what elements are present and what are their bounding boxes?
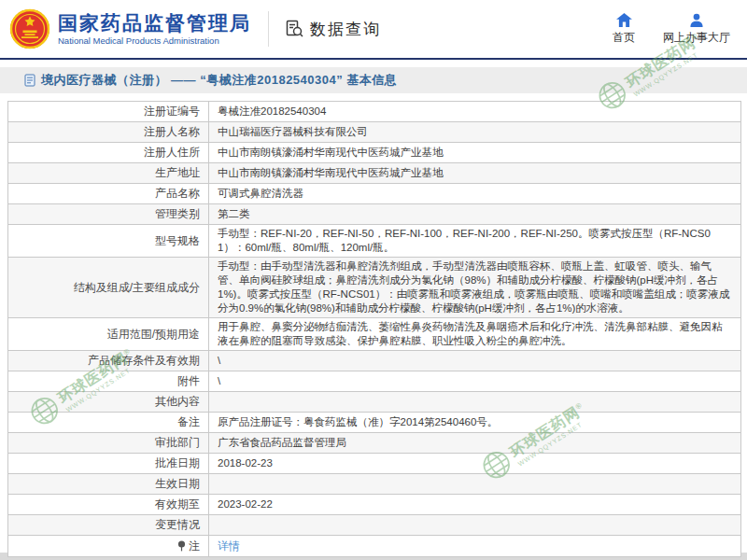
field-value: \ (209, 372, 740, 390)
field-label-text: 注册人名称 (144, 125, 200, 139)
field-value: 中山市南朗镇濠涌村华南现代中医药城产业基地 (209, 144, 740, 161)
field-label-text: 适用范围/预期用途 (107, 328, 200, 342)
field-label: 有效期至 (8, 495, 209, 514)
user-icon (689, 13, 704, 27)
field-label-text: 备注 (177, 415, 200, 429)
field-label-text: 注 (189, 539, 200, 553)
field-label-text: 审批部门 (155, 436, 200, 450)
table-row: 管理类别 第二类 (8, 204, 740, 225)
nav-service-hall-label: 网上办事大厅 (663, 30, 730, 46)
table-row: 注册证编号 粤械注准20182540304 (8, 102, 740, 122)
header-nav: 首页 网上办事大厅 (613, 13, 734, 46)
table-row: 注 详情 (8, 536, 740, 556)
nav-item-home[interactable]: 首页 (613, 13, 635, 46)
field-label: 结构及组成/主要组成成分 (8, 258, 209, 317)
table-row: 产品储存条件及有效期 \ (8, 351, 740, 371)
field-label-text: 产品储存条件及有效期 (88, 354, 200, 368)
field-label: 生产地址 (8, 163, 209, 183)
table-row: 型号规格 手动型：REF-NI-20，REF-NI-50，REF-NI-100，… (8, 225, 740, 258)
field-label: 审批部门 (8, 433, 209, 453)
field-value: 用于鼻腔、鼻窦分泌物结痂清洗、萎缩性鼻炎药物清洗及鼻咽癌术后和化疗冲洗、清洗鼻部… (209, 318, 740, 350)
field-label-text: 批准日期 (155, 456, 200, 470)
table-row: 附件 \ (8, 371, 740, 392)
table-row: 注册人住所 中山市南朗镇濠涌村华南现代中医药城产业基地 (8, 143, 740, 163)
field-label: 注册人住所 (8, 143, 209, 162)
field-label: 备注 (8, 413, 209, 432)
field-label-text: 附件 (177, 374, 200, 388)
home-icon (616, 13, 632, 27)
field-label: 变更情况 (8, 515, 209, 535)
table-row: 结构及组成/主要组成成分 手动型：由手动型清洗器和鼻腔清洗剂组成，手动型清洗器由… (8, 258, 740, 318)
field-label: 管理类别 (8, 204, 209, 224)
field-label: 适用范围/预期用途 (8, 318, 209, 350)
field-label-text: 生效日期 (155, 477, 200, 491)
field-label-text: 有效期至 (155, 497, 200, 511)
field-label-text: 生产地址 (155, 166, 200, 180)
table-row: 批准日期 2018-02-23 (8, 454, 740, 474)
table-row: 备注 原产品注册证号：粤食药监械（准）字2014第2540460号。 (8, 413, 740, 433)
pin-icon (177, 540, 186, 552)
site-header: 国家药品监督管理局 National Medical Products Admi… (0, 0, 747, 60)
field-value: 中山市南朗镇濠涌村华南现代中医药城产业基地 (209, 164, 740, 182)
brand-names: 国家药品监督管理局 National Medical Products Admi… (58, 12, 251, 47)
field-label-text: 注册证编号 (144, 105, 200, 119)
table-row: 生效日期 (8, 474, 740, 495)
brand[interactable]: 国家药品监督管理局 National Medical Products Admi… (9, 8, 251, 49)
table-row: 变更情况 (8, 515, 740, 536)
field-value: 中山瑞福医疗器械科技有限公司 (209, 123, 740, 141)
field-label: 产品储存条件及有效期 (8, 351, 209, 371)
header-divider (268, 11, 269, 47)
data-query-label: 数据查询 (310, 19, 381, 40)
table-row: 其他内容 (8, 392, 740, 413)
field-value: 广东省食品药品监督管理局 (209, 434, 740, 452)
field-value (209, 400, 740, 404)
table-row: 有效期至 2023-02-22 (8, 495, 740, 515)
table-row: 产品名称 可调式鼻腔清洗器 (8, 184, 740, 204)
nav-home-label: 首页 (613, 30, 635, 46)
field-value (209, 524, 740, 527)
table-row: 注册人名称 中山瑞福医疗器械科技有限公司 (8, 122, 740, 143)
field-value: 可调式鼻腔清洗器 (209, 185, 740, 203)
field-value: 详情 (209, 538, 740, 555)
field-label: 注 (8, 536, 209, 556)
field-value: 原产品注册证号：粤食药监械（准）字2014第2540460号。 (209, 413, 740, 431)
field-label: 附件 (8, 371, 209, 391)
field-label-text: 注册人住所 (144, 146, 200, 160)
field-value: \ (209, 352, 740, 370)
field-label-text: 产品名称 (155, 187, 200, 201)
field-label: 批准日期 (8, 454, 209, 473)
org-name-en: National Medical Products Administration (58, 36, 251, 46)
field-label-text: 结构及组成/主要组成成分 (74, 281, 200, 295)
field-label: 产品名称 (8, 184, 209, 203)
field-value: 2018-02-23 (209, 455, 740, 472)
org-name-cn: 国家药品监督管理局 (58, 12, 251, 34)
nav-item-service-hall[interactable]: 网上办事大厅 (663, 13, 730, 46)
field-label: 注册证编号 (8, 102, 209, 121)
field-value: 手动型：由手动型清洗器和鼻腔清洗剂组成，手动型清洗器由喷瓶容杯、喷瓶上盖、虹吸管… (209, 258, 740, 317)
field-value: 2023-02-22 (209, 496, 740, 513)
field-label: 生效日期 (8, 474, 209, 494)
field-label-text: 其他内容 (155, 395, 200, 409)
field-label-text: 变更情况 (155, 518, 200, 532)
page-icon (24, 74, 35, 87)
field-label: 注册人名称 (8, 122, 209, 142)
field-label-text: 型号规格 (155, 234, 200, 248)
field-value (209, 483, 740, 486)
table-row: 生产地址 中山市南朗镇濠涌村华南现代中医药城产业基地 (8, 163, 740, 184)
field-label: 其他内容 (8, 392, 209, 412)
breadcrumb: 境内医疗器械（注册） —— “粤械注准20182540304” 基本信息 (41, 72, 397, 89)
field-value: 手动型：REF-NI-20，REF-NI-50，REF-NI-100，REF-N… (209, 225, 740, 257)
field-value: 粤械注准20182540304 (209, 103, 740, 120)
table-row: 审批部门 广东省食品药品监督管理局 (8, 433, 740, 454)
document-search-icon (284, 19, 304, 39)
field-label-text: 管理类别 (155, 207, 200, 221)
data-query-section[interactable]: 数据查询 (284, 19, 381, 40)
breadcrumb-bar: 境内医疗器械（注册） —— “粤械注准20182540304” 基本信息 (0, 67, 747, 93)
details-link[interactable]: 详情 (218, 539, 240, 553)
national-emblem-logo (9, 8, 50, 49)
field-value: 第二类 (209, 205, 740, 223)
info-table: 注册证编号 粤械注准20182540304 注册人名称 中山瑞福医疗器械科技有限… (7, 101, 741, 557)
table-row: 适用范围/预期用途 用于鼻腔、鼻窦分泌物结痂清洗、萎缩性鼻炎药物清洗及鼻咽癌术后… (8, 318, 740, 351)
field-label: 型号规格 (8, 225, 209, 257)
